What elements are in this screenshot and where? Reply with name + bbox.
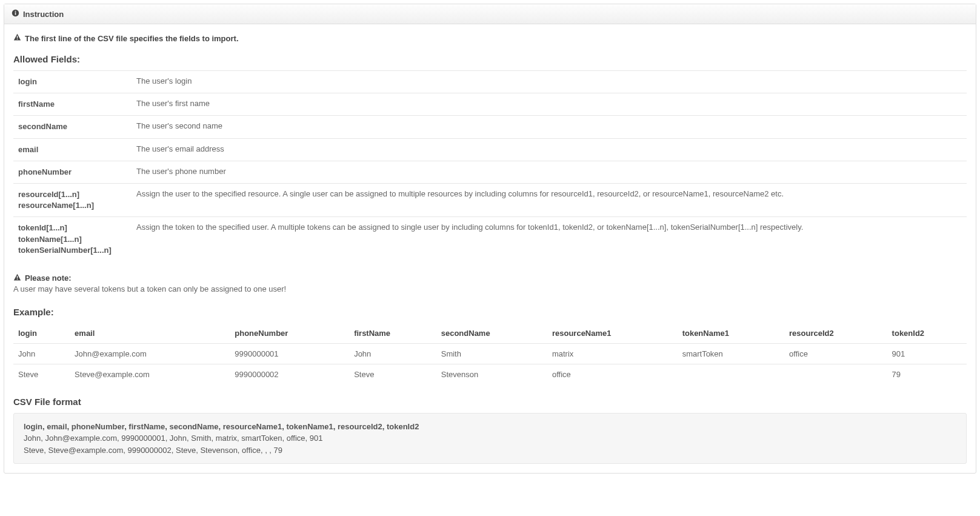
table-row: SteveSteve@example.com9990000002SteveSte…	[13, 364, 967, 384]
table-cell: Steve@example.com	[70, 364, 230, 384]
warning-icon	[13, 33, 21, 43]
table-cell: Stevenson	[436, 364, 547, 384]
table-cell: matrix	[547, 343, 678, 364]
field-description: The user's first name	[132, 93, 967, 116]
table-cell: Steve	[349, 364, 436, 384]
info-icon	[12, 9, 19, 19]
field-description: Assign the token to the specified user. …	[132, 217, 967, 261]
column-header: login	[13, 323, 70, 344]
column-header: phoneNumber	[230, 323, 349, 344]
column-header: tokenName1	[678, 323, 784, 344]
table-cell: 901	[887, 343, 967, 364]
table-cell: 79	[887, 364, 967, 384]
table-row: emailThe user's email address	[13, 138, 967, 161]
warning-icon	[13, 273, 21, 283]
table-row: secondNameThe user's second name	[13, 116, 967, 138]
column-header: secondName	[436, 323, 547, 344]
field-name: firstName	[13, 93, 132, 116]
svg-rect-1	[15, 12, 16, 15]
table-cell: office	[784, 343, 887, 364]
panel-heading: Instruction	[4, 4, 976, 24]
field-name: tokenId[1...n]tokenName[1...n]tokenSeria…	[13, 217, 132, 261]
note-title: Please note:	[25, 273, 72, 283]
table-cell	[784, 364, 887, 384]
column-header: resourceName1	[547, 323, 678, 344]
table-row: JohnJohn@example.com9990000001JohnSmithm…	[13, 343, 967, 364]
column-header: tokenId2	[887, 323, 967, 344]
svg-rect-4	[17, 39, 18, 39]
table-row: loginThe user's login	[13, 71, 967, 93]
table-cell: John@example.com	[70, 343, 230, 364]
example-table: loginemailphoneNumberfirstNamesecondName…	[13, 323, 967, 384]
svg-rect-6	[17, 279, 18, 280]
csv-file-format-box: login, email, phoneNumber, firstName, se…	[13, 413, 967, 464]
field-name: secondName	[13, 116, 132, 138]
panel-title: Instruction	[23, 10, 64, 19]
table-cell: 9990000001	[230, 343, 349, 364]
svg-rect-3	[17, 36, 18, 38]
csv-data-line: Steve, Steve@example.com, 9990000002, St…	[24, 444, 956, 457]
svg-rect-2	[15, 11, 16, 12]
column-header: firstName	[349, 323, 436, 344]
field-description: The user's login	[132, 71, 967, 93]
field-name: login	[13, 71, 132, 93]
instruction-panel: Instruction The first line of the CSV fi…	[4, 4, 976, 474]
note-block: Please note: A user may have several tok…	[13, 273, 967, 293]
table-cell	[678, 364, 784, 384]
table-cell: office	[547, 364, 678, 384]
csv-data-line: John, John@example.com, 9990000001, John…	[24, 432, 956, 444]
field-name: resourceId[1...n]resourceName[1...n]	[13, 183, 132, 216]
allowed-fields-table: loginThe user's loginfirstNameThe user's…	[13, 70, 967, 261]
column-header: email	[70, 323, 230, 344]
table-cell: Steve	[13, 364, 70, 384]
field-description: Assign the user to the specified resourc…	[132, 183, 967, 216]
intro-text: The first line of the CSV file specifies…	[25, 34, 239, 43]
column-header: resourceId2	[784, 323, 887, 344]
field-description: The user's email address	[132, 138, 967, 161]
csv-header-line: login, email, phoneNumber, firstName, se…	[24, 421, 956, 433]
note-text: A user may have several tokens but a tok…	[13, 284, 967, 293]
table-row: tokenId[1...n]tokenName[1...n]tokenSeria…	[13, 217, 967, 261]
example-heading: Example:	[13, 307, 967, 317]
allowed-fields-heading: Allowed Fields:	[13, 54, 967, 64]
table-row: phoneNumberThe user's phone number	[13, 161, 967, 183]
intro-alert: The first line of the CSV file specifies…	[13, 33, 967, 43]
field-name: phoneNumber	[13, 161, 132, 183]
panel-body: The first line of the CSV file specifies…	[4, 24, 976, 473]
svg-rect-5	[17, 276, 18, 278]
table-cell: Smith	[436, 343, 547, 364]
field-description: The user's phone number	[132, 161, 967, 183]
table-cell: smartToken	[678, 343, 784, 364]
table-cell: John	[13, 343, 70, 364]
field-description: The user's second name	[132, 116, 967, 138]
table-cell: 9990000002	[230, 364, 349, 384]
table-row: resourceId[1...n]resourceName[1...n]Assi…	[13, 183, 967, 216]
table-cell: John	[349, 343, 436, 364]
table-row: firstNameThe user's first name	[13, 93, 967, 116]
csv-heading: CSV File format	[13, 397, 967, 407]
field-name: email	[13, 138, 132, 161]
